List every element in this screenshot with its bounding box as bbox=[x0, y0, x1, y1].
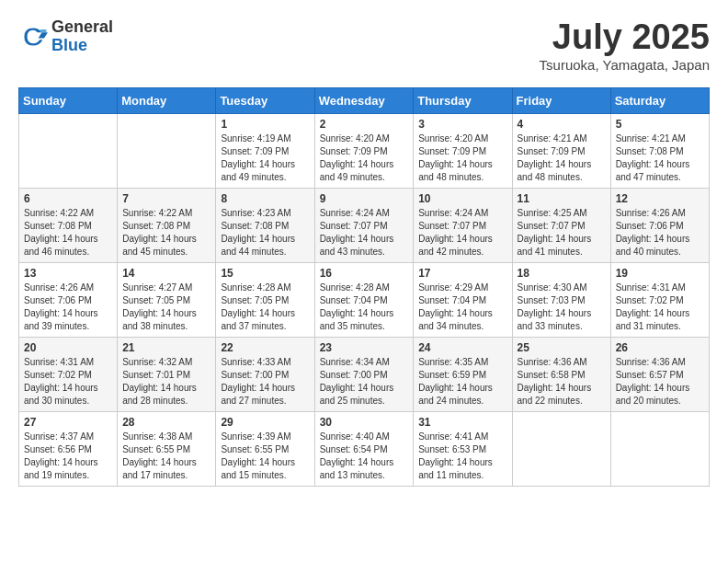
day-info: Sunrise: 4:22 AM Sunset: 7:08 PM Dayligh… bbox=[24, 207, 112, 259]
day-number: 16 bbox=[320, 267, 409, 280]
page-header: General Blue July 2025 Tsuruoka, Yamagat… bbox=[18, 18, 710, 73]
day-info: Sunrise: 4:39 AM Sunset: 6:55 PM Dayligh… bbox=[221, 431, 309, 482]
day-info: Sunrise: 4:35 AM Sunset: 6:59 PM Dayligh… bbox=[418, 356, 506, 408]
calendar-cell: 21Sunrise: 4:32 AM Sunset: 7:01 PM Dayli… bbox=[118, 337, 216, 411]
calendar-cell: 10Sunrise: 4:24 AM Sunset: 7:07 PM Dayli… bbox=[414, 188, 512, 262]
calendar-cell: 5Sunrise: 4:21 AM Sunset: 7:08 PM Daylig… bbox=[610, 113, 709, 188]
day-number: 25 bbox=[518, 341, 606, 354]
calendar-cell: 2Sunrise: 4:20 AM Sunset: 7:09 PM Daylig… bbox=[314, 113, 414, 188]
day-number: 21 bbox=[122, 341, 210, 354]
day-number: 9 bbox=[320, 192, 409, 205]
calendar-cell: 26Sunrise: 4:36 AM Sunset: 6:57 PM Dayli… bbox=[610, 337, 709, 411]
day-info: Sunrise: 4:24 AM Sunset: 7:07 PM Dayligh… bbox=[418, 207, 506, 259]
day-info: Sunrise: 4:28 AM Sunset: 7:05 PM Dayligh… bbox=[221, 282, 309, 333]
calendar-cell: 20Sunrise: 4:31 AM Sunset: 7:02 PM Dayli… bbox=[19, 337, 118, 411]
day-number: 2 bbox=[320, 118, 409, 131]
day-info: Sunrise: 4:24 AM Sunset: 7:07 PM Dayligh… bbox=[320, 207, 409, 259]
calendar-week-row: 27Sunrise: 4:37 AM Sunset: 6:56 PM Dayli… bbox=[19, 411, 710, 486]
calendar-cell: 14Sunrise: 4:27 AM Sunset: 7:05 PM Dayli… bbox=[118, 262, 216, 337]
calendar-cell: 7Sunrise: 4:22 AM Sunset: 7:08 PM Daylig… bbox=[118, 188, 216, 262]
weekday-header: Tuesday bbox=[216, 87, 314, 113]
weekday-header: Thursday bbox=[414, 87, 512, 113]
day-number: 15 bbox=[221, 267, 309, 280]
calendar-cell bbox=[610, 411, 709, 486]
day-info: Sunrise: 4:25 AM Sunset: 7:07 PM Dayligh… bbox=[518, 207, 606, 259]
calendar-cell: 22Sunrise: 4:33 AM Sunset: 7:00 PM Dayli… bbox=[216, 337, 314, 411]
location: Tsuruoka, Yamagata, Japan bbox=[540, 57, 710, 73]
day-info: Sunrise: 4:27 AM Sunset: 7:05 PM Dayligh… bbox=[122, 282, 210, 333]
calendar-cell: 17Sunrise: 4:29 AM Sunset: 7:04 PM Dayli… bbox=[414, 262, 512, 337]
day-number: 6 bbox=[24, 192, 112, 205]
day-info: Sunrise: 4:21 AM Sunset: 7:09 PM Dayligh… bbox=[518, 132, 606, 184]
day-info: Sunrise: 4:22 AM Sunset: 7:08 PM Dayligh… bbox=[122, 207, 210, 259]
day-number: 7 bbox=[122, 192, 210, 205]
calendar-cell: 8Sunrise: 4:23 AM Sunset: 7:08 PM Daylig… bbox=[216, 188, 314, 262]
day-info: Sunrise: 4:20 AM Sunset: 7:09 PM Dayligh… bbox=[320, 132, 409, 184]
calendar-cell: 15Sunrise: 4:28 AM Sunset: 7:05 PM Dayli… bbox=[216, 262, 314, 337]
weekday-header: Monday bbox=[118, 87, 216, 113]
calendar-cell bbox=[512, 411, 610, 486]
day-info: Sunrise: 4:19 AM Sunset: 7:09 PM Dayligh… bbox=[221, 132, 309, 184]
day-info: Sunrise: 4:40 AM Sunset: 6:54 PM Dayligh… bbox=[320, 431, 409, 482]
day-info: Sunrise: 4:37 AM Sunset: 6:56 PM Dayligh… bbox=[24, 431, 112, 482]
day-number: 12 bbox=[616, 192, 704, 205]
day-number: 18 bbox=[518, 267, 606, 280]
title-block: July 2025 Tsuruoka, Yamagata, Japan bbox=[540, 18, 710, 73]
logo-icon bbox=[18, 22, 48, 52]
day-info: Sunrise: 4:31 AM Sunset: 7:02 PM Dayligh… bbox=[24, 356, 112, 408]
day-info: Sunrise: 4:26 AM Sunset: 7:06 PM Dayligh… bbox=[616, 207, 704, 259]
day-number: 28 bbox=[122, 416, 210, 429]
calendar-week-row: 1Sunrise: 4:19 AM Sunset: 7:09 PM Daylig… bbox=[19, 113, 710, 188]
day-number: 31 bbox=[418, 416, 506, 429]
day-number: 13 bbox=[24, 267, 112, 280]
calendar-cell: 24Sunrise: 4:35 AM Sunset: 6:59 PM Dayli… bbox=[414, 337, 512, 411]
calendar-cell bbox=[19, 113, 118, 188]
calendar-cell: 31Sunrise: 4:41 AM Sunset: 6:53 PM Dayli… bbox=[414, 411, 512, 486]
day-info: Sunrise: 4:36 AM Sunset: 6:58 PM Dayligh… bbox=[518, 356, 606, 408]
day-info: Sunrise: 4:21 AM Sunset: 7:08 PM Dayligh… bbox=[616, 132, 704, 184]
day-number: 14 bbox=[122, 267, 210, 280]
calendar-cell: 11Sunrise: 4:25 AM Sunset: 7:07 PM Dayli… bbox=[512, 188, 610, 262]
day-number: 26 bbox=[616, 341, 704, 354]
calendar-cell: 1Sunrise: 4:19 AM Sunset: 7:09 PM Daylig… bbox=[216, 113, 314, 188]
calendar-cell: 19Sunrise: 4:31 AM Sunset: 7:02 PM Dayli… bbox=[610, 262, 709, 337]
weekday-header: Sunday bbox=[19, 87, 118, 113]
day-number: 3 bbox=[418, 118, 506, 131]
calendar-cell: 4Sunrise: 4:21 AM Sunset: 7:09 PM Daylig… bbox=[512, 113, 610, 188]
day-number: 8 bbox=[221, 192, 309, 205]
weekday-header: Saturday bbox=[610, 87, 709, 113]
day-number: 22 bbox=[221, 341, 309, 354]
calendar-cell: 29Sunrise: 4:39 AM Sunset: 6:55 PM Dayli… bbox=[216, 411, 314, 486]
logo-text: General Blue bbox=[51, 18, 113, 55]
day-number: 17 bbox=[418, 267, 506, 280]
calendar-week-row: 6Sunrise: 4:22 AM Sunset: 7:08 PM Daylig… bbox=[19, 188, 710, 262]
calendar-cell: 25Sunrise: 4:36 AM Sunset: 6:58 PM Dayli… bbox=[512, 337, 610, 411]
calendar-cell: 27Sunrise: 4:37 AM Sunset: 6:56 PM Dayli… bbox=[19, 411, 118, 486]
day-info: Sunrise: 4:41 AM Sunset: 6:53 PM Dayligh… bbox=[418, 431, 506, 482]
day-number: 23 bbox=[320, 341, 409, 354]
day-number: 10 bbox=[418, 192, 506, 205]
calendar-cell: 13Sunrise: 4:26 AM Sunset: 7:06 PM Dayli… bbox=[19, 262, 118, 337]
weekday-header: Wednesday bbox=[314, 87, 414, 113]
day-number: 11 bbox=[518, 192, 606, 205]
logo: General Blue bbox=[18, 18, 113, 55]
calendar-cell: 12Sunrise: 4:26 AM Sunset: 7:06 PM Dayli… bbox=[610, 188, 709, 262]
day-info: Sunrise: 4:23 AM Sunset: 7:08 PM Dayligh… bbox=[221, 207, 309, 259]
day-info: Sunrise: 4:32 AM Sunset: 7:01 PM Dayligh… bbox=[122, 356, 210, 408]
calendar-cell: 3Sunrise: 4:20 AM Sunset: 7:09 PM Daylig… bbox=[414, 113, 512, 188]
day-number: 24 bbox=[418, 341, 506, 354]
day-number: 4 bbox=[518, 118, 606, 131]
day-number: 19 bbox=[616, 267, 704, 280]
day-info: Sunrise: 4:33 AM Sunset: 7:00 PM Dayligh… bbox=[221, 356, 309, 408]
day-info: Sunrise: 4:30 AM Sunset: 7:03 PM Dayligh… bbox=[518, 282, 606, 333]
day-number: 30 bbox=[320, 416, 409, 429]
calendar-cell: 6Sunrise: 4:22 AM Sunset: 7:08 PM Daylig… bbox=[19, 188, 118, 262]
weekday-header: Friday bbox=[512, 87, 610, 113]
calendar-week-row: 13Sunrise: 4:26 AM Sunset: 7:06 PM Dayli… bbox=[19, 262, 710, 337]
calendar-cell: 9Sunrise: 4:24 AM Sunset: 7:07 PM Daylig… bbox=[314, 188, 414, 262]
calendar-cell: 23Sunrise: 4:34 AM Sunset: 7:00 PM Dayli… bbox=[314, 337, 414, 411]
calendar-cell: 30Sunrise: 4:40 AM Sunset: 6:54 PM Dayli… bbox=[314, 411, 414, 486]
day-info: Sunrise: 4:38 AM Sunset: 6:55 PM Dayligh… bbox=[122, 431, 210, 482]
calendar-week-row: 20Sunrise: 4:31 AM Sunset: 7:02 PM Dayli… bbox=[19, 337, 710, 411]
weekday-header-row: SundayMondayTuesdayWednesdayThursdayFrid… bbox=[19, 87, 710, 113]
